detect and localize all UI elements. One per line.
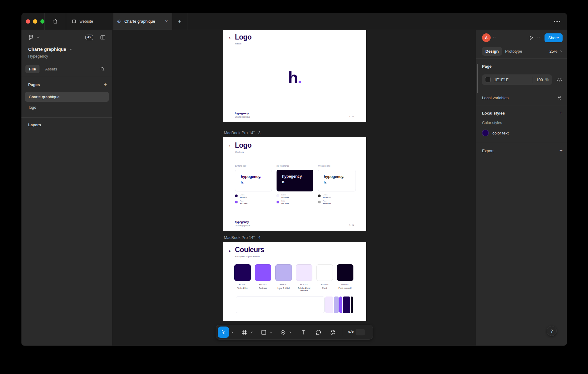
tab-label: website [80, 19, 93, 24]
minimize-window-button[interactable] [33, 19, 37, 24]
frame-footer: hypegency. Charte graphique [235, 221, 250, 227]
page-opacity-field[interactable]: 100% [533, 77, 552, 82]
logo-card-dark: sur fond foncé hypegency. h. Lettres#F2E… [277, 165, 313, 204]
frame-subtitle: Principales & pondération [235, 255, 260, 258]
chevron-down-icon[interactable] [70, 48, 72, 50]
comment-tool-button[interactable] [315, 329, 321, 335]
titlebar: website Charte graphique ✕ + [21, 13, 567, 30]
tab-charte-graphique[interactable]: Charte graphique ✕ [114, 13, 172, 30]
actions-icon[interactable] [330, 329, 336, 335]
chevron-down-icon[interactable] [37, 36, 40, 39]
logo-card-grayscale: niveau de gris hypegency. h. Lettres#2C2… [318, 165, 356, 204]
move-tool-chevron-icon[interactable] [231, 331, 234, 333]
section-number: 1. [229, 37, 231, 40]
add-export-button[interactable]: + [560, 148, 563, 154]
zoom-level[interactable]: 25% [549, 49, 557, 54]
frame-subtitle: Réduit [235, 43, 241, 45]
figma-window: website Charte graphique ✕ + A? [21, 13, 567, 346]
panel-toggle-icon[interactable] [100, 34, 106, 40]
zoom-window-button[interactable] [40, 19, 44, 24]
close-window-button[interactable] [26, 19, 30, 24]
frame-footer: hypegency. Charte graphique [235, 112, 250, 118]
search-icon[interactable] [100, 66, 105, 72]
frame-title: Couleurs [235, 246, 264, 254]
color-palette: #1D0057Texte & titre #8C52FFContraste #B… [234, 264, 353, 292]
add-page-button[interactable]: + [104, 81, 107, 88]
frame-label[interactable]: MacBook Pro 14" - 3 [224, 130, 261, 135]
help-button[interactable]: ? [547, 326, 557, 336]
pen-tool-button[interactable] [280, 329, 286, 335]
present-chevron-icon[interactable] [537, 37, 540, 39]
dev-mode-icon[interactable]: </> [348, 330, 354, 334]
color-weight-bar [236, 297, 353, 313]
frame-title: Logo [235, 33, 251, 41]
scrollbar[interactable] [477, 64, 478, 93]
tab-label: Charte graphique [124, 19, 155, 24]
section-number: 2. [229, 250, 231, 252]
tab-assets[interactable]: Assets [42, 65, 60, 73]
frame-couleurs[interactable]: 2. Couleurs Principales & pondération #1… [223, 242, 366, 321]
local-styles-header: Local styles [482, 111, 505, 115]
frame-label[interactable]: MacBook Pro 14" - 4 [224, 235, 261, 240]
shape-tool-chevron-icon[interactable] [270, 331, 272, 333]
team-name: Hypegency [28, 54, 106, 59]
local-variables-header: Local variables [482, 96, 509, 100]
window-controls [21, 13, 45, 30]
pen-tool-chevron-icon[interactable] [289, 331, 292, 333]
right-panel: A Share Design Prototype 25% Page [476, 30, 567, 346]
tab-design[interactable]: Design [482, 47, 502, 56]
color-styles-header: Color styles [482, 121, 563, 125]
color-style-swatch [482, 130, 489, 136]
frame-logo-couleurs[interactable]: 1. Logo Couleurs sur fond clair hypegenc… [223, 137, 366, 231]
canvas[interactable]: 1. Logo Réduit h. hypegency. Charte grap… [113, 30, 476, 346]
frame-title: Logo [235, 141, 251, 149]
page-item-logo[interactable]: logo [25, 102, 109, 112]
tab-website[interactable]: website [66, 13, 114, 30]
home-icon [52, 18, 58, 24]
move-tool-button[interactable] [218, 327, 229, 338]
shape-tool-button[interactable] [261, 329, 267, 335]
logo-card-light: sur fond clair hypegency. h. Lettres#1D0… [235, 165, 272, 204]
pages-header[interactable]: Pages [28, 82, 40, 87]
page-color-input[interactable]: 1E1E1E 100% [482, 74, 552, 85]
frame-tool-button[interactable] [241, 329, 247, 335]
brand-logo: h. [223, 69, 366, 86]
dev-mode-toggle[interactable] [356, 329, 365, 335]
share-button[interactable]: Share [545, 33, 563, 42]
figma-draft-icon [116, 19, 121, 24]
avatar-chevron-icon[interactable] [493, 37, 496, 39]
text-tool-button[interactable] [301, 329, 307, 335]
page-color-swatch[interactable] [485, 77, 491, 82]
present-icon[interactable] [528, 35, 534, 41]
frame-subtitle: Couleurs [235, 151, 244, 153]
eye-icon[interactable] [556, 77, 563, 83]
page-number: 3 - 14 [349, 224, 354, 226]
left-sidebar: A? Charte graphique Hypegency File Asset… [21, 30, 113, 346]
more-menu-icon[interactable] [554, 13, 560, 30]
cursor-icon [221, 329, 226, 335]
avatar[interactable]: A [482, 33, 491, 42]
home-tab[interactable] [45, 13, 66, 30]
tab-file[interactable]: File [25, 65, 40, 73]
variables-icon[interactable] [557, 95, 563, 101]
missing-fonts-button[interactable]: A? [85, 35, 93, 40]
page-item-charte-graphique[interactable]: Charte graphique [25, 92, 109, 102]
add-style-button[interactable]: + [560, 110, 563, 116]
new-tab-button[interactable]: + [172, 13, 187, 30]
page-number: 2 - 14 [349, 115, 354, 118]
titlebar-spacer [187, 13, 554, 30]
file-title[interactable]: Charte graphique [28, 47, 66, 52]
page-color-hex[interactable]: 1E1E1E [494, 77, 533, 82]
close-tab-icon[interactable]: ✕ [165, 19, 168, 24]
book-icon [71, 19, 77, 24]
color-style-item[interactable]: color text [482, 130, 563, 136]
tab-prototype[interactable]: Prototype [505, 49, 522, 54]
export-header: Export [482, 149, 494, 153]
page-section-header: Page [482, 64, 563, 69]
figma-logo-icon[interactable] [28, 35, 34, 40]
frame-logo-reduit[interactable]: 1. Logo Réduit h. hypegency. Charte grap… [223, 30, 366, 122]
toolbar: </> [216, 325, 373, 340]
layers-header[interactable]: Layers [28, 123, 112, 127]
frame-tool-chevron-icon[interactable] [251, 331, 253, 333]
zoom-chevron-icon[interactable] [560, 50, 563, 52]
